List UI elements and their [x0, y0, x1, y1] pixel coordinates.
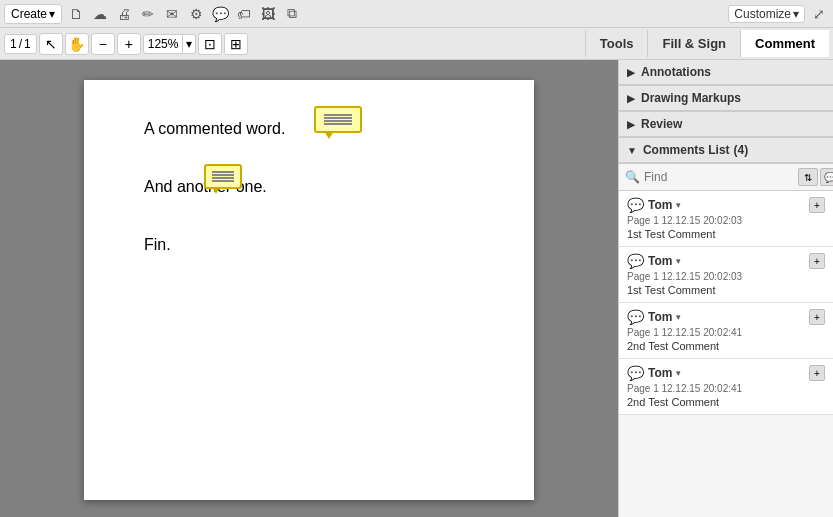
filter-btn[interactable]: ⇅ [798, 168, 818, 186]
comment-meta-3: Page 1 12.12.15 20:02:41 [627, 327, 825, 338]
review-arrow: ▶ [627, 119, 635, 130]
hand-tool-btn[interactable]: ✋ [65, 33, 89, 55]
page-total: 1 [24, 37, 31, 51]
comment-text-2: 1st Test Comment [627, 284, 825, 296]
review-section: ▶ Review [619, 112, 833, 138]
comment-meta-2: Page 1 12.12.15 20:02:03 [627, 271, 825, 282]
zoom-in-btn[interactable]: + [117, 33, 141, 55]
settings-icon[interactable]: ⚙ [186, 4, 206, 24]
review-header[interactable]: ▶ Review [619, 112, 833, 137]
chat-icon[interactable]: 💬 [210, 4, 230, 24]
comment-meta-1: Page 1 12.12.15 20:02:03 [627, 215, 825, 226]
comment-author-4: Tom [648, 366, 672, 380]
bubble-filter-btn[interactable]: 💬 [820, 168, 833, 186]
comment-user-2: 💬 Tom ▾ [627, 253, 681, 269]
search-actions: ⇅ 💬 ☰ [798, 168, 833, 186]
comment-text-1: 1st Test Comment [627, 228, 825, 240]
drawing-markups-label: Drawing Markups [641, 91, 741, 105]
search-bar: 🔍 ⇅ 💬 ☰ [619, 164, 833, 191]
create-button[interactable]: Create ▾ [4, 4, 62, 24]
comment-author-dropdown-1[interactable]: ▾ [676, 200, 681, 210]
customize-button[interactable]: Customize ▾ [728, 5, 805, 23]
comment-user-4: 💬 Tom ▾ [627, 365, 681, 381]
page-separator: / [19, 37, 22, 51]
fit-width-btn[interactable]: ⊞ [224, 33, 248, 55]
comment-author-2: Tom [648, 254, 672, 268]
cloud-icon[interactable]: ☁ [90, 4, 110, 24]
tab-comment[interactable]: Comment [740, 30, 829, 57]
comment-meta-4: Page 1 12.12.15 20:02:41 [627, 383, 825, 394]
zoom-control: 125% ▾ [143, 34, 197, 54]
comment-item-4[interactable]: 💬 Tom ▾ + Page 1 12.12.15 20:02:41 2nd T… [619, 359, 833, 415]
drawing-markups-arrow: ▶ [627, 93, 635, 104]
create-dropdown-icon: ▾ [49, 7, 55, 21]
zoom-dropdown-btn[interactable]: ▾ [182, 35, 195, 53]
comment-expand-btn-2[interactable]: + [809, 253, 825, 269]
layers-icon[interactable]: ⧉ [282, 4, 302, 24]
customize-dropdown-icon: ▾ [793, 7, 799, 21]
comment-bubble-icon-3: 💬 [627, 309, 644, 325]
pdf-text-1: A commented word. [144, 120, 285, 137]
tab-fill-sign[interactable]: Fill & Sign [647, 30, 740, 57]
comment-expand-btn-3[interactable]: + [809, 309, 825, 325]
comment-item-2-header: 💬 Tom ▾ + [627, 253, 825, 269]
comment-item-1-header: 💬 Tom ▾ + [627, 197, 825, 213]
tab-bar: Tools Fill & Sign Comment [585, 30, 829, 57]
comment-item-2[interactable]: 💬 Tom ▾ + Page 1 12.12.15 20:02:03 1st T… [619, 247, 833, 303]
tag-icon[interactable]: 🏷 [234, 4, 254, 24]
pdf-text-3: Fin. [144, 236, 171, 253]
comment-bubble-icon-4: 💬 [627, 365, 644, 381]
comment-annotation-2[interactable] [204, 164, 242, 193]
create-label: Create [11, 7, 47, 21]
comments-list-header[interactable]: ▼ Comments List (4) [619, 138, 833, 163]
comment-text-3: 2nd Test Comment [627, 340, 825, 352]
expand-icon[interactable]: ⤢ [809, 4, 829, 24]
comments-count: (4) [734, 143, 749, 157]
text-block-1: A commented word. [144, 120, 474, 138]
cursor-tool-btn[interactable]: ↖ [39, 33, 63, 55]
comment-annotation-1[interactable] [314, 106, 362, 137]
pdf-area: A commented word. And another one. [0, 60, 618, 517]
comment-bubble-icon-2: 💬 [627, 253, 644, 269]
email-icon[interactable]: ✉ [162, 4, 182, 24]
customize-label: Customize [734, 7, 791, 21]
comment-expand-btn-4[interactable]: + [809, 365, 825, 381]
main-area: A commented word. And another one. [0, 60, 833, 517]
comment-author-dropdown-3[interactable]: ▾ [676, 312, 681, 322]
comment-user-1: 💬 Tom ▾ [627, 197, 681, 213]
text-block-3: Fin. [144, 236, 474, 254]
comment-author-dropdown-4[interactable]: ▾ [676, 368, 681, 378]
search-input[interactable] [644, 170, 794, 184]
comment-item-3[interactable]: 💬 Tom ▾ + Page 1 12.12.15 20:02:41 2nd T… [619, 303, 833, 359]
page-current: 1 [10, 37, 17, 51]
comment-item-1[interactable]: 💬 Tom ▾ + Page 1 12.12.15 20:02:03 1st T… [619, 191, 833, 247]
review-label: Review [641, 117, 682, 131]
file-icon[interactable]: 🗋 [66, 4, 86, 24]
annotations-header[interactable]: ▶ Annotations [619, 60, 833, 85]
photo-icon[interactable]: 🖼 [258, 4, 278, 24]
comments-scroll: 💬 Tom ▾ + Page 1 12.12.15 20:02:03 1st T… [619, 191, 833, 517]
annotations-label: Annotations [641, 65, 711, 79]
comment-author-dropdown-2[interactable]: ▾ [676, 256, 681, 266]
text-block-2: And another one. [144, 178, 474, 196]
comment-item-3-header: 💬 Tom ▾ + [627, 309, 825, 325]
edit-icon[interactable]: ✏ [138, 4, 158, 24]
page-nav: 1 / 1 [4, 34, 37, 54]
comment-bubble-icon-1: 💬 [627, 197, 644, 213]
right-panel: ▶ Annotations ▶ Drawing Markups ▶ Review… [618, 60, 833, 517]
toolbar: Create ▾ 🗋 ☁ 🖨 ✏ ✉ ⚙ 💬 🏷 🖼 ⧉ Customize ▾… [0, 0, 833, 28]
comments-list-section: ▼ Comments List (4) [619, 138, 833, 164]
comments-list-arrow: ▼ [627, 145, 637, 156]
comments-list-inner: 💬 Tom ▾ + Page 1 12.12.15 20:02:03 1st T… [619, 191, 833, 517]
drawing-markups-section: ▶ Drawing Markups [619, 86, 833, 112]
annotations-section: ▶ Annotations [619, 60, 833, 86]
fit-page-btn[interactable]: ⊡ [198, 33, 222, 55]
comment-author-3: Tom [648, 310, 672, 324]
comment-item-4-header: 💬 Tom ▾ + [627, 365, 825, 381]
pdf-page: A commented word. And another one. [84, 80, 534, 500]
drawing-markups-header[interactable]: ▶ Drawing Markups [619, 86, 833, 111]
comment-expand-btn-1[interactable]: + [809, 197, 825, 213]
tab-tools[interactable]: Tools [585, 30, 648, 57]
zoom-out-btn[interactable]: − [91, 33, 115, 55]
print-icon[interactable]: 🖨 [114, 4, 134, 24]
